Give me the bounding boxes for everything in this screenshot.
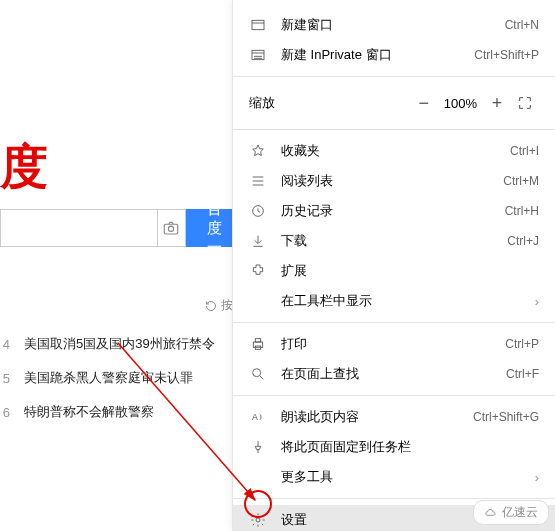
- shortcut-text: Ctrl+P: [505, 337, 539, 351]
- menu-print[interactable]: 打印 Ctrl+P: [233, 329, 555, 359]
- zoom-in-button[interactable]: +: [483, 89, 511, 117]
- zoom-out-button[interactable]: −: [410, 89, 438, 117]
- svg-line-18: [260, 376, 263, 379]
- print-icon: [249, 335, 267, 353]
- svg-point-17: [253, 369, 261, 377]
- shortcut-text: Ctrl+N: [505, 18, 539, 32]
- search-icon: [249, 365, 267, 383]
- history-icon: [249, 202, 267, 220]
- menu-label: 历史记录: [281, 202, 505, 220]
- svg-rect-15: [255, 339, 260, 342]
- menu-pin-taskbar[interactable]: 将此页面固定到任务栏: [233, 432, 555, 462]
- news-text: 美国跪杀黑人警察庭审未认罪: [24, 369, 193, 387]
- search-bar: 百度一: [0, 209, 243, 247]
- menu-label: 在工具栏中显示: [281, 292, 535, 310]
- menu-show-toolbar[interactable]: 在工具栏中显示 ›: [233, 286, 555, 316]
- news-list: 4美国取消5国及国内39州旅行禁令 5美国跪杀黑人警察庭审未认罪 6特朗普称不会…: [0, 335, 215, 437]
- chevron-right-icon: ›: [535, 470, 539, 485]
- news-text: 特朗普称不会解散警察: [24, 403, 154, 421]
- inprivate-icon: [249, 46, 267, 64]
- menu-label: 打印: [281, 335, 505, 353]
- svg-point-24: [245, 491, 271, 517]
- download-icon: [249, 232, 267, 250]
- news-index: 4: [0, 337, 10, 352]
- menu-reading-list[interactable]: 阅读列表 Ctrl+M: [233, 166, 555, 196]
- menu-find[interactable]: 在页面上查找 Ctrl+F: [233, 359, 555, 389]
- search-input[interactable]: [0, 209, 158, 247]
- menu-label: 新建窗口: [281, 16, 505, 34]
- news-text: 美国取消5国及国内39州旅行禁令: [24, 335, 215, 353]
- menu-read-aloud[interactable]: A 朗读此页内容 Ctrl+Shift+G: [233, 402, 555, 432]
- menu-label: 将此页面固定到任务栏: [281, 438, 539, 456]
- baidu-logo: 度: [0, 135, 46, 199]
- menu-extensions[interactable]: 扩展: [233, 256, 555, 286]
- settings-highlight-circle: [242, 488, 274, 520]
- settings-menu: 新建窗口 Ctrl+N 新建 InPrivate 窗口 Ctrl+Shift+P…: [232, 0, 555, 531]
- menu-more-tools[interactable]: 更多工具 ›: [233, 462, 555, 492]
- menu-favorites[interactable]: 收藏夹 Ctrl+I: [233, 136, 555, 166]
- svg-rect-14: [253, 342, 262, 347]
- menu-label: 扩展: [281, 262, 539, 280]
- refresh-row[interactable]: 按: [205, 297, 233, 314]
- menu-history[interactable]: 历史记录 Ctrl+H: [233, 196, 555, 226]
- menu-label: 收藏夹: [281, 142, 510, 160]
- svg-text:A: A: [252, 412, 258, 422]
- menu-label: 在页面上查找: [281, 365, 506, 383]
- extensions-icon: [249, 262, 267, 280]
- zoom-value: 100%: [438, 96, 483, 111]
- menu-label: 下载: [281, 232, 507, 250]
- shortcut-text: Ctrl+Shift+G: [473, 410, 539, 424]
- zoom-label: 缩放: [249, 94, 410, 112]
- menu-zoom: 缩放 − 100% +: [233, 83, 555, 123]
- read-aloud-icon: A: [249, 408, 267, 426]
- chevron-right-icon: ›: [535, 294, 539, 309]
- list-item[interactable]: 5美国跪杀黑人警察庭审未认罪: [0, 369, 215, 387]
- shortcut-text: Ctrl+H: [505, 204, 539, 218]
- shortcut-text: Ctrl+J: [507, 234, 539, 248]
- menu-new-window[interactable]: 新建窗口 Ctrl+N: [233, 10, 555, 40]
- shortcut-text: Ctrl+Shift+P: [474, 48, 539, 62]
- camera-button[interactable]: [158, 209, 186, 247]
- svg-rect-2: [252, 20, 264, 29]
- blank-icon: [249, 468, 267, 486]
- menu-downloads[interactable]: 下载 Ctrl+J: [233, 226, 555, 256]
- menu-label: 阅读列表: [281, 172, 503, 190]
- list-item[interactable]: 4美国取消5国及国内39州旅行禁令: [0, 335, 215, 353]
- fullscreen-button[interactable]: [511, 89, 539, 117]
- blank-icon: [249, 292, 267, 310]
- news-index: 5: [0, 371, 10, 386]
- shortcut-text: Ctrl+I: [510, 144, 539, 158]
- svg-point-1: [169, 226, 174, 231]
- menu-label: 新建 InPrivate 窗口: [281, 46, 474, 64]
- shortcut-text: Ctrl+M: [503, 174, 539, 188]
- watermark: 亿速云: [473, 500, 549, 525]
- reading-list-icon: [249, 172, 267, 190]
- menu-label: 朗读此页内容: [281, 408, 473, 426]
- news-index: 6: [0, 405, 10, 420]
- menu-label: 更多工具: [281, 468, 535, 486]
- window-icon: [249, 16, 267, 34]
- pin-icon: [249, 438, 267, 456]
- shortcut-text: Ctrl+F: [506, 367, 539, 381]
- star-icon: [249, 142, 267, 160]
- list-item[interactable]: 6特朗普称不会解散警察: [0, 403, 215, 421]
- menu-new-inprivate[interactable]: 新建 InPrivate 窗口 Ctrl+Shift+P: [233, 40, 555, 70]
